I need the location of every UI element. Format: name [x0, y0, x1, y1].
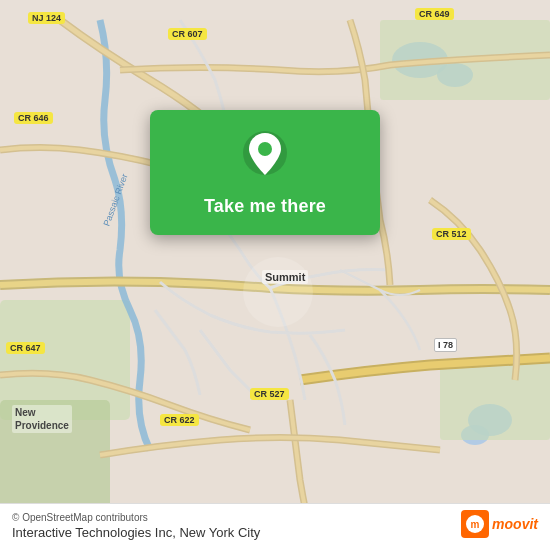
bottom-bar: © OpenStreetMap contributors Interactive…	[0, 503, 550, 550]
road-label-cr527: CR 527	[250, 388, 289, 400]
road-label-i78: I 78	[434, 338, 457, 352]
location-pin-icon	[238, 128, 292, 182]
summit-label: Summit	[262, 270, 308, 284]
attribution: © OpenStreetMap contributors	[12, 512, 538, 523]
attribution-text: © OpenStreetMap contributors	[12, 512, 148, 523]
map-container: NJ 124 CR 607 CR 649 CR 646 CR 512 CR 64…	[0, 0, 550, 550]
moovit-icon: m	[461, 510, 489, 538]
road-label-cr647: CR 647	[6, 342, 45, 354]
svg-point-9	[243, 257, 313, 327]
moovit-text: moovit	[492, 516, 538, 532]
location-card: Take me there	[150, 110, 380, 235]
moovit-logo: m moovit	[461, 510, 538, 538]
road-label-cr646: CR 646	[14, 112, 53, 124]
svg-point-11	[258, 142, 272, 156]
road-label-cr649: CR 649	[415, 8, 454, 20]
road-label-nj124: NJ 124	[28, 12, 65, 24]
new-providence-label: NewProvidence	[12, 405, 72, 433]
svg-rect-8	[440, 360, 550, 440]
take-me-there-button[interactable]: Take me there	[204, 192, 326, 221]
road-label-cr607: CR 607	[168, 28, 207, 40]
road-label-cr622: CR 622	[160, 414, 199, 426]
location-title: Interactive Technologies Inc, New York C…	[12, 525, 538, 540]
svg-text:m: m	[471, 519, 480, 530]
road-label-cr512: CR 512	[432, 228, 471, 240]
